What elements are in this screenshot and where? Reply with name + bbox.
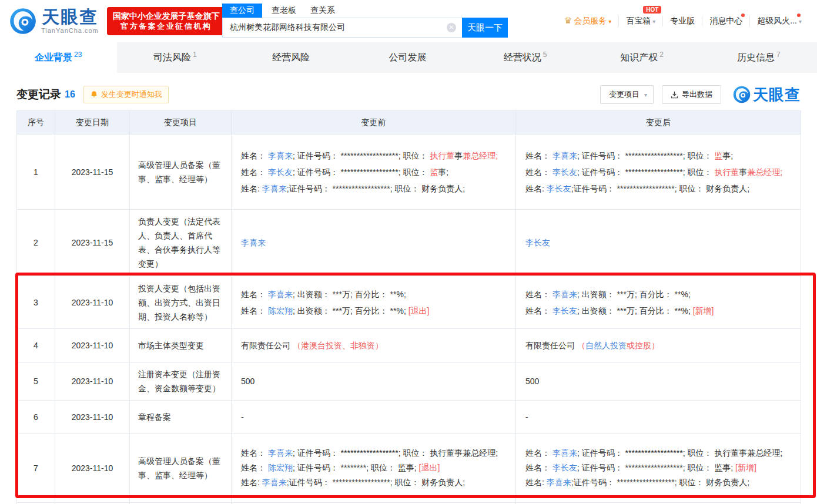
text-segment: 姓名: [241,478,262,487]
text-segment: 姓名： [525,306,553,315]
person-link[interactable]: 陈宏翔 [268,463,293,472]
col-header-date: 变更日期 [55,111,130,135]
person-link[interactable]: 李长友 [553,167,577,177]
diff-red-text: [新增] [693,306,714,315]
text-segment: ;证件号码： ******************; 职位： 财务负责人; [287,184,465,193]
person-link[interactable]: 李长友 [268,167,293,177]
text-segment: 姓名： [525,290,553,299]
cell-change-date: 2023-11-10 [55,276,130,329]
cell-change-item: 高级管理人员备案（董事、监事、经理等） [130,135,232,210]
text-segment: 事; [722,151,733,160]
diff-red-text: 监 [714,151,722,160]
person-link[interactable]: 李喜来 [262,184,287,193]
search-area: 查公司 查老板 查关系 ✕ 天眼一下 [222,4,508,38]
diff-red-text: 监 [430,167,438,177]
cell-change-item: 高级管理人员备案（董事、监事、经理等） [130,434,232,503]
search-button[interactable]: 天眼一下 [462,18,508,38]
person-link[interactable]: 李喜来 [553,290,577,299]
person-link[interactable]: 李喜来 [268,290,293,299]
search-tab-relation[interactable]: 查关系 [310,4,335,18]
menu-item-pro[interactable]: 专业版 [662,16,702,26]
tab-company-background[interactable]: 企业背景23 [0,42,117,73]
tab-operation-status[interactable]: 经营状况5 [467,42,584,73]
text-segment: 姓名： [241,448,268,458]
text-segment: ; 出资额： ***万; 百分比： **%; [293,290,406,299]
person-link[interactable]: 李喜来 [268,448,293,458]
person-link[interactable]: 陈宏翔 [268,306,293,315]
text-segment: ; 出资额： ***万; 百分比： **%; [577,290,691,299]
diff-red-text: [退出] [408,306,430,315]
text-segment: 姓名： [241,463,268,472]
cell-change-date: 2023-11-10 [55,434,130,503]
person-link[interactable]: 李喜来 [553,151,577,160]
chevron-down-icon: ▾ [608,18,611,25]
tianyancha-swirl-icon [733,86,751,103]
search-tab-company[interactable]: 查公司 [222,4,262,18]
person-link[interactable]: 李喜来 [262,478,287,487]
change-detail-line: 姓名： 李喜来; 证件号码： ******************; 职位： 执… [241,446,506,461]
section-title: 变更记录 [16,87,61,102]
person-link[interactable]: 李长友 [553,306,577,315]
company-nav-tabs: 企业背景23 司法风险1 经营风险 公司发展 经营状况5 知识产权2 历史信息7 [0,42,817,73]
cell-before: 李喜来 [232,210,516,276]
person-link[interactable]: 李长友 [553,463,577,472]
cell-before: 500 [232,362,516,401]
change-item-dropdown[interactable]: 变更项目 ▾ [600,85,654,104]
text-segment: ; 证件号码： ********; 职位： 监事; [293,463,419,472]
table-row: 42023-11-10市场主体类型变更有限责任公司 （港澳台投资、非独资）有限责… [17,329,801,362]
text-segment: 姓名： [525,448,553,458]
gov-badge-line2: 官方备案企业征信机构 [113,21,220,32]
change-detail-line: 姓名： 李喜来; 证件号码： ******************; 职位： 执… [241,147,506,164]
col-header-item: 变更项目 [130,111,232,135]
cell-index: 5 [17,362,55,401]
tab-company-development[interactable]: 公司发展 [350,42,467,73]
text-segment: - [525,412,528,422]
text-segment: 姓名: [525,478,547,487]
menu-item-messages[interactable]: 消息中心 [702,16,749,26]
text-segment: 500 [525,377,539,386]
cell-index: 4 [17,329,55,362]
menu-item-vip[interactable]: ♛会员服务▾ [557,15,618,26]
chevron-down-icon: ▾ [799,18,802,25]
tab-judicial-risk[interactable]: 司法风险1 [117,42,234,73]
notify-on-change-button[interactable]: 发生变更时通知我 [83,86,169,103]
tianyancha-logo[interactable]: 天眼查 TianYanCha.com [9,8,99,35]
search-input[interactable] [222,18,462,38]
tab-history-info[interactable]: 历史信息7 [700,42,817,73]
tab-operation-risk[interactable]: 经营风险 [233,42,350,73]
change-detail-line: 姓名： 李喜来; 证件号码： ******************; 职位： 执… [525,446,791,461]
cell-before: 姓名： 李喜来; 证件号码： ******************; 职位： 执… [232,135,516,210]
person-link[interactable]: 李长友 [525,238,550,247]
person-link[interactable]: 李喜来 [553,448,577,458]
person-link[interactable]: 李喜来 [268,151,293,160]
table-row: 62023-11-10章程备案-- [17,401,801,434]
menu-item-toolbox[interactable]: HOT 百宝箱▾ [618,16,662,26]
cell-after: 姓名： 李喜来; 证件号码： ******************; 职位： 执… [516,434,801,503]
person-link[interactable]: 李喜来 [241,238,266,247]
cell-index: 7 [17,434,55,503]
person-link[interactable]: 李长友 [547,184,571,193]
table-row: 72023-11-10高级管理人员备案（董事、监事、经理等）姓名： 李喜来; 证… [17,434,801,503]
tab-intellectual-property[interactable]: 知识产权2 [584,42,701,73]
chevron-down-icon: ▾ [644,92,647,98]
diff-red-text: 执行董 [714,167,739,177]
change-detail-line: 李喜来 [241,234,506,251]
export-data-button[interactable]: 导出数据 [662,85,721,104]
menu-item-super[interactable]: 超级风火...▾ [749,16,809,26]
bell-icon [90,90,98,99]
download-icon [671,91,678,99]
change-detail-line: - [241,409,506,425]
change-detail-line: 姓名： 李喜来; 出资额： ***万; 百分比： **%; [241,286,506,303]
cell-after: 姓名： 李喜来; 证件号码： ******************; 职位： 监… [516,135,801,210]
text-segment: 事 [454,151,463,160]
col-header-before: 变更前 [232,111,516,135]
table-header-row: 序号 变更日期 变更项目 变更前 变更后 [17,111,801,135]
search-tab-boss[interactable]: 查老板 [272,4,296,18]
cell-change-item: 投资人变更（包括出资额、出资方式、出资日期、投资人名称等） [130,276,232,329]
gov-certification-badge: 国家中小企业发展子基金旗下 官方备案企业征信机构 [107,7,226,35]
clear-icon[interactable]: ✕ [447,23,456,32]
person-link[interactable]: 李喜来 [547,478,571,487]
cell-before: 姓名： 李喜来; 证件号码： ******************; 职位： 执… [232,434,516,503]
person-link[interactable]: 自然人投资 [585,341,627,350]
change-detail-line: 姓名： 李长友; 证件号码： ******************; 职位： 监… [525,461,791,475]
